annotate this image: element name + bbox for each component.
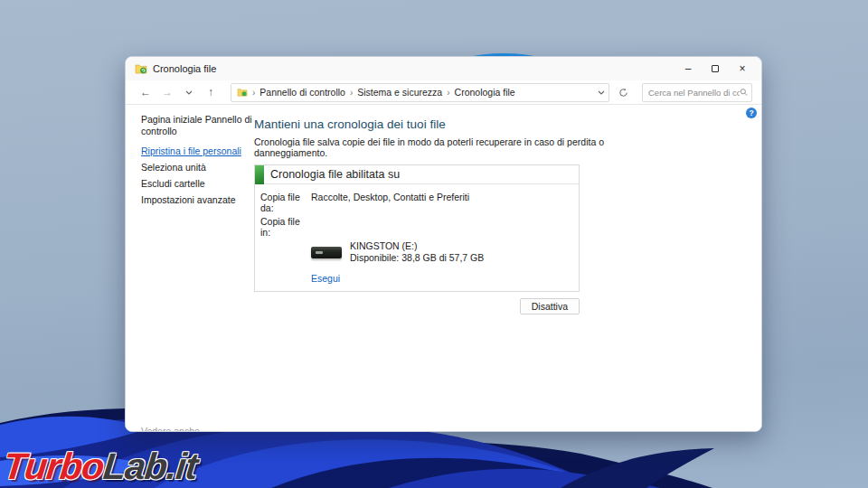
breadcrumb: › Pannello di controllo › Sistema e sicu…: [252, 87, 598, 98]
breadcrumb-separator: ›: [252, 88, 255, 98]
sidebar-item-exclude-folders[interactable]: Escludi cartelle: [141, 178, 254, 190]
copy-from-label: Copia file da:: [260, 192, 307, 213]
main-panel: Mantieni una cronologia dei tuoi file Cr…: [254, 105, 625, 314]
window-title: Cronologia file: [153, 63, 675, 74]
chevron-down-icon: [598, 90, 605, 95]
sidebar-item-advanced-settings[interactable]: Impostazioni avanzate: [141, 194, 254, 206]
external-drive-icon: [311, 247, 342, 258]
address-bar[interactable]: › Pannello di controllo › Sistema e sicu…: [231, 83, 609, 102]
window-body: ? Pagina iniziale Pannello di controllo …: [126, 105, 761, 432]
breadcrumb-separator: ›: [350, 88, 353, 98]
forward-button[interactable]: →: [158, 83, 176, 101]
back-button[interactable]: ←: [137, 83, 155, 101]
chevron-down-icon: [185, 90, 193, 95]
breadcrumb-separator: ›: [447, 88, 449, 98]
page-description: Cronologia file salva copie dei file in …: [254, 136, 625, 158]
help-icon[interactable]: ?: [746, 108, 757, 118]
sidebar-item-home[interactable]: Pagina iniziale Pannello di controllo: [141, 114, 254, 137]
breadcrumb-control-panel[interactable]: Pannello di controllo: [259, 87, 345, 98]
refresh-button[interactable]: [613, 83, 633, 101]
status-title: Cronologia file abilitata su: [270, 168, 400, 181]
address-dropdown-button[interactable]: [598, 90, 605, 95]
sidebar: Pagina iniziale Pannello di controllo Ri…: [126, 105, 254, 432]
file-history-icon: [135, 63, 147, 74]
up-button[interactable]: ↑: [202, 83, 220, 101]
status-header: Cronologia file abilitata su: [255, 165, 579, 184]
refresh-icon: [618, 88, 628, 98]
watermark-logo: TurboLab.it: [2, 446, 200, 488]
breadcrumb-system-security[interactable]: Sistema e sicurezza: [357, 87, 442, 98]
copy-to-label: Copia file in:: [260, 216, 307, 238]
search-input[interactable]: [648, 88, 740, 98]
drive-row: KINGSTON (E:) Disponibile: 38,8 GB di 57…: [260, 240, 573, 264]
drive-space: Disponibile: 38,8 GB di 57,7 GB: [350, 252, 484, 264]
see-also-header: Vedere anche: [141, 426, 250, 432]
control-panel-window: Cronologia file – × ← → ↑ ›: [125, 56, 762, 432]
file-history-icon-small: [237, 88, 248, 97]
status-details: Copia file da: Raccolte, Desktop, Contat…: [255, 184, 579, 291]
maximize-button[interactable]: [702, 59, 729, 79]
navigation-toolbar: ← → ↑ › Pannello di controllo › Sistema …: [126, 80, 761, 105]
sidebar-item-restore-personal-files[interactable]: Ripristina i file personali: [141, 145, 254, 157]
history-dropdown-button[interactable]: [180, 83, 198, 101]
run-now-link[interactable]: Esegui: [311, 273, 340, 284]
maximize-icon: [712, 65, 719, 72]
close-button[interactable]: ×: [729, 59, 756, 79]
desktop: TurboLab.it Cronologia file – × ← →: [0, 0, 868, 488]
copy-to-row: Copia file in:: [260, 216, 573, 238]
sidebar-item-select-drive[interactable]: Seleziona unità: [141, 162, 254, 174]
see-also-section: Vedere anche Ripristino Ba: [141, 426, 250, 432]
search-icon: [740, 88, 748, 97]
copy-from-row: Copia file da: Raccolte, Desktop, Contat…: [260, 192, 573, 213]
search-box: [642, 83, 752, 102]
copy-from-value: Raccolte, Desktop, Contatti e Preferiti: [311, 192, 469, 213]
turn-off-button[interactable]: Disattiva: [520, 298, 580, 314]
breadcrumb-file-history[interactable]: Cronologia file: [455, 87, 515, 98]
page-title: Mantieni una cronologia dei tuoi file: [254, 117, 625, 131]
watermark-labit: Lab.it: [101, 446, 199, 487]
titlebar[interactable]: Cronologia file – ×: [126, 57, 761, 80]
status-on-indicator: [255, 165, 264, 184]
file-history-status-box: Cronologia file abilitata su Copia file …: [254, 164, 580, 292]
drive-name: KINGSTON (E:): [350, 240, 484, 252]
minimize-button[interactable]: –: [675, 59, 702, 79]
watermark-turbo: Turbo: [2, 446, 106, 487]
